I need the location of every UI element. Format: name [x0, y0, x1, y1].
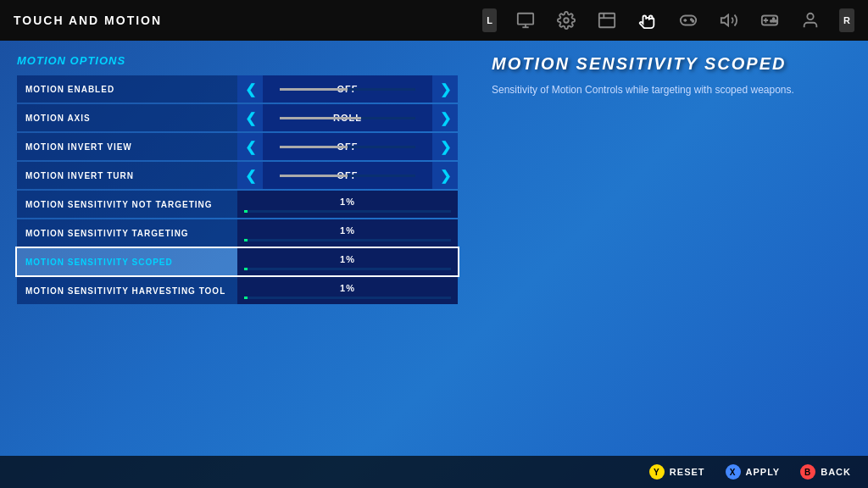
back-button-label: BACK	[821, 467, 851, 477]
apply-button-label: APPLY	[746, 467, 781, 477]
top-bar: TOUCH AND MOTION L	[0, 0, 868, 41]
slider-sensitivity-not-targeting[interactable]: 1%	[237, 191, 458, 218]
svg-point-3	[564, 18, 569, 23]
left-panel: MOTION OPTIONS MOTION ENABLED ❮ OFF ❯	[17, 54, 458, 442]
setting-row-sensitivity-harvesting[interactable]: MOTION SENSITIVITY HARVESTING TOOL 1%	[17, 277, 458, 304]
audio-icon[interactable]	[717, 8, 741, 32]
setting-label-motion-axis: MOTION AXIS	[17, 114, 237, 123]
setting-label-sensitivity-not-targeting: MOTION SENSITIVITY NOT TARGETING	[17, 200, 237, 209]
setting-label-sensitivity-harvesting: MOTION SENSITIVITY HARVESTING TOOL	[17, 286, 237, 296]
arrow-left-motion-invert-view[interactable]: ❮	[237, 133, 263, 160]
toggle-motion-enabled[interactable]: ❮ OFF ❯	[237, 75, 458, 103]
reset-button-icon: Y	[649, 464, 665, 480]
gear-icon[interactable]	[554, 8, 578, 32]
setting-control-sensitivity-scoped: 1%	[237, 248, 458, 275]
setting-row-sensitivity-not-targeting[interactable]: MOTION SENSITIVITY NOT TARGETING 1%	[17, 191, 458, 218]
gamepad-icon[interactable]	[676, 8, 700, 32]
setting-label-motion-invert-turn: MOTION INVERT TURN	[17, 171, 237, 180]
apply-button-icon: X	[726, 464, 741, 480]
svg-point-9	[693, 20, 694, 22]
slider-sensitivity-scoped[interactable]: 1%	[237, 248, 458, 275]
setting-label-motion-invert-view: MOTION INVERT VIEW	[17, 142, 237, 152]
setting-control-motion-invert-turn: ❮ OFF ❯	[237, 162, 458, 189]
svg-point-12	[773, 18, 775, 19]
main-content: MOTION OPTIONS MOTION ENABLED ❮ OFF ❯	[0, 41, 868, 456]
svg-rect-4	[599, 14, 615, 28]
slider-sensitivity-harvesting[interactable]: 1%	[237, 277, 458, 304]
back-action[interactable]: B BACK	[800, 464, 851, 480]
bottom-bar: Y RESET X APPLY B BACK	[0, 456, 868, 488]
toggle-value-motion-invert-turn: OFF	[263, 170, 432, 180]
setting-row-motion-enabled[interactable]: MOTION ENABLED ❮ OFF ❯	[17, 75, 458, 103]
apply-action[interactable]: X APPLY	[726, 464, 781, 480]
svg-point-13	[771, 20, 772, 22]
page-title: TOUCH AND MOTION	[14, 14, 162, 27]
tab-r[interactable]: R	[839, 8, 854, 32]
setting-control-motion-enabled: ❮ OFF ❯	[237, 75, 458, 103]
back-button-icon: B	[800, 464, 815, 480]
user-icon[interactable]	[798, 8, 822, 32]
setting-label-sensitivity-targeting: MOTION SENSITIVITY TARGETING	[17, 229, 237, 238]
setting-label-motion-enabled: MOTION ENABLED	[17, 85, 237, 94]
arrow-left-motion-enabled[interactable]: ❮	[237, 75, 263, 103]
slider-sensitivity-targeting[interactable]: 1%	[237, 219, 458, 247]
arrow-right-motion-invert-turn[interactable]: ❯	[432, 162, 458, 189]
setting-control-sensitivity-targeting: 1%	[237, 219, 458, 247]
setting-control-sensitivity-harvesting: 1%	[237, 277, 458, 304]
toggle-value-motion-axis: ROLL	[263, 113, 432, 123]
svg-rect-0	[518, 14, 533, 25]
svg-point-14	[773, 20, 775, 22]
touch-icon[interactable]	[636, 8, 659, 32]
settings-list: MOTION ENABLED ❮ OFF ❯ MOTION AXIS	[17, 75, 458, 304]
arrow-right-motion-invert-view[interactable]: ❯	[432, 133, 458, 160]
svg-point-16	[807, 14, 813, 19]
svg-marker-10	[721, 15, 728, 26]
setting-control-motion-invert-view: ❮ OFF ❯	[237, 133, 458, 160]
setting-row-motion-invert-view[interactable]: MOTION INVERT VIEW ❮ OFF ❯	[17, 133, 458, 160]
tab-l[interactable]: L	[482, 8, 497, 32]
reset-button-label: RESET	[670, 467, 705, 477]
display-icon[interactable]	[595, 8, 619, 32]
setting-row-sensitivity-scoped[interactable]: MOTION SENSITIVITY SCOPED 1%	[17, 248, 458, 275]
setting-row-sensitivity-targeting[interactable]: MOTION SENSITIVITY TARGETING 1%	[17, 219, 458, 247]
setting-row-motion-invert-turn[interactable]: MOTION INVERT TURN ❮ OFF ❯	[17, 162, 458, 189]
monitor-icon[interactable]	[514, 8, 537, 32]
arrow-right-motion-axis[interactable]: ❯	[432, 104, 458, 131]
detail-description: Sensitivity of Motion Controls while tar…	[492, 82, 814, 97]
right-panel: MOTION SENSITIVITY SCOPED Sensitivity of…	[475, 54, 851, 442]
section-title: MOTION OPTIONS	[17, 54, 458, 67]
toggle-motion-invert-turn[interactable]: ❮ OFF ❯	[237, 162, 458, 189]
controller-icon[interactable]	[758, 8, 782, 32]
arrow-left-motion-axis[interactable]: ❮	[237, 104, 263, 131]
setting-label-sensitivity-scoped: MOTION SENSITIVITY SCOPED	[17, 258, 237, 267]
svg-point-15	[775, 20, 776, 22]
toggle-motion-axis[interactable]: ❮ ROLL ❯	[237, 104, 458, 131]
toggle-motion-invert-view[interactable]: ❮ OFF ❯	[237, 133, 458, 160]
toggle-value-motion-invert-view: OFF	[263, 141, 432, 152]
setting-control-sensitivity-not-targeting: 1%	[237, 191, 458, 218]
setting-row-motion-axis[interactable]: MOTION AXIS ❮ ROLL ❯	[17, 104, 458, 131]
reset-action[interactable]: Y RESET	[649, 464, 705, 480]
toggle-value-motion-enabled: OFF	[263, 84, 432, 94]
nav-icons: L	[482, 8, 854, 32]
arrow-right-motion-enabled[interactable]: ❯	[432, 75, 458, 103]
arrow-left-motion-invert-turn[interactable]: ❮	[237, 162, 263, 189]
detail-title: MOTION SENSITIVITY SCOPED	[492, 54, 851, 74]
setting-control-motion-axis: ❮ ROLL ❯	[237, 104, 458, 131]
